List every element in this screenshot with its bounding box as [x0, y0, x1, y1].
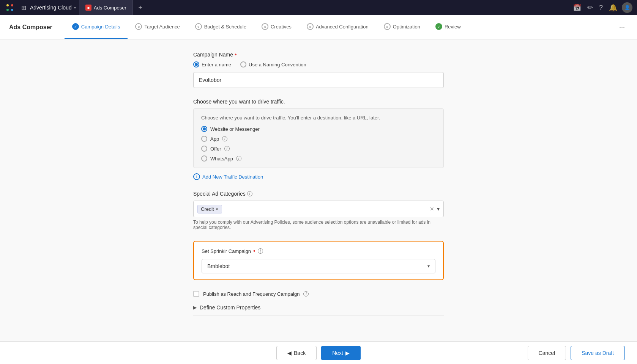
grid-icon: ⊞ — [21, 4, 26, 11]
whatsapp-info-icon: i — [236, 156, 241, 161]
tab-creatives[interactable]: ○ Creatives — [254, 15, 299, 39]
special-ad-helper-text: To help you comply with our Advertising … — [193, 220, 444, 230]
tab-campaign-details-icon: ✓ — [72, 23, 79, 30]
chevron-down-icon: ▾ — [74, 6, 76, 10]
publish-checkbox-row[interactable]: Publish as Reach and Frequency Campaign … — [193, 291, 444, 297]
tab-budget-schedule-icon: ○ — [195, 23, 202, 30]
sprinklr-required-dot: • — [253, 248, 255, 254]
offer-info-icon: i — [224, 146, 230, 151]
form-container: Campaign Name • Enter a name Use a Namin… — [193, 52, 444, 315]
radio-website-circle — [201, 126, 207, 132]
tab-advanced-config-icon: ○ — [307, 23, 314, 30]
tab-optimization-icon: ○ — [384, 23, 391, 30]
sprinklr-campaign-value: Bmblebot — [207, 263, 230, 269]
publish-label: Publish as Reach and Frequency Campaign — [203, 291, 300, 297]
traffic-section: Choose where you want to drive traffic. … — [193, 99, 444, 180]
topbar-actions: 📅 ✏ ? 🔔 👤 — [571, 2, 632, 13]
add-icon: + — [193, 173, 200, 180]
active-tab[interactable]: ■ Ads Composer — [79, 0, 133, 15]
sprinklr-campaign-select[interactable]: Bmblebot ▾ — [202, 259, 435, 273]
tab-target-audience-icon: ○ — [135, 23, 142, 30]
tag-list: Credit × — [197, 205, 222, 213]
define-custom-properties[interactable]: ▶ Define Custom Properties — [193, 304, 444, 315]
help-icon[interactable]: ? — [598, 2, 604, 13]
special-ad-info-icon: i — [247, 191, 252, 196]
main-content: Campaign Name • Enter a name Use a Namin… — [0, 39, 637, 341]
header-nav: Ads Composer ✓ Campaign Details ○ Target… — [0, 15, 637, 39]
sprinklr-label: Set Sprinklr Campaign • i — [202, 248, 435, 254]
svg-point-2 — [6, 9, 9, 11]
add-traffic-destination-link[interactable]: + Add New Traffic Destination — [193, 173, 444, 180]
nav-more-button[interactable]: ··· — [616, 23, 628, 31]
calendar-icon[interactable]: 📅 — [571, 2, 583, 13]
expand-arrow-icon: ▶ — [193, 305, 197, 310]
tab-advanced-config[interactable]: ○ Advanced Configuration — [299, 15, 376, 39]
credit-tag: Credit × — [197, 205, 222, 213]
sprinklr-info-icon: i — [258, 248, 263, 254]
special-ad-label: Special Ad Categories i — [193, 191, 444, 197]
logo — [5, 2, 15, 13]
traffic-label: Choose where you want to drive traffic. — [193, 99, 444, 105]
radio-enter-name[interactable]: Enter a name — [193, 61, 231, 67]
radio-app-circle — [201, 136, 207, 142]
tag-controls: × ▾ — [430, 205, 440, 213]
svg-point-1 — [11, 4, 13, 6]
traffic-option-offer[interactable]: Offer i — [201, 146, 436, 152]
tag-dropdown-icon[interactable]: ▾ — [437, 206, 440, 212]
tab-budget-schedule[interactable]: ○ Budget & Schedule — [188, 15, 254, 39]
tab-review-icon: ✓ — [435, 23, 442, 30]
avatar[interactable]: 👤 — [622, 2, 632, 13]
svg-point-3 — [11, 9, 13, 11]
tab-creatives-icon: ○ — [262, 23, 268, 30]
add-tab-button[interactable]: + — [133, 0, 148, 15]
campaign-name-section: Campaign Name • Enter a name Use a Namin… — [193, 52, 444, 88]
app-name[interactable]: ⊞ Advertising Cloud ▾ — [18, 0, 79, 15]
topbar: ⊞ Advertising Cloud ▾ ■ Ads Composer + 📅… — [0, 0, 637, 15]
tab-optimization[interactable]: ○ Optimization — [376, 15, 428, 39]
radio-whatsapp-circle — [201, 155, 207, 162]
define-custom-label: Define Custom Properties — [200, 304, 260, 311]
traffic-description: Choose where you want to drive traffic. … — [201, 115, 436, 121]
campaign-name-radio-group: Enter a name Use a Naming Convention — [193, 61, 444, 67]
bell-icon[interactable]: 🔔 — [607, 2, 619, 13]
special-ad-tag-input[interactable]: Credit × × ▾ — [193, 201, 444, 217]
special-ad-section: Special Ad Categories i Credit × × ▾ To … — [193, 191, 444, 230]
campaign-name-label: Campaign Name • — [193, 52, 444, 58]
app-info-icon: i — [222, 136, 227, 141]
tab-campaign-details[interactable]: ✓ Campaign Details — [65, 15, 128, 39]
credit-tag-remove[interactable]: × — [216, 206, 219, 212]
traffic-option-website[interactable]: Website or Messenger — [201, 126, 436, 132]
traffic-option-whatsapp[interactable]: WhatsApp i — [201, 155, 436, 162]
sprinklr-section: Set Sprinklr Campaign • i Bmblebot ▾ — [193, 241, 444, 280]
publish-info-icon: i — [303, 291, 309, 297]
campaign-name-input[interactable] — [193, 72, 444, 88]
edit-icon[interactable]: ✏ — [586, 2, 594, 13]
required-indicator: • — [235, 52, 237, 58]
traffic-option-app[interactable]: App i — [201, 136, 436, 142]
sprinklr-box: Set Sprinklr Campaign • i Bmblebot ▾ — [193, 241, 444, 280]
radio-enter-name-circle — [193, 61, 199, 67]
tab-icon: ■ — [85, 5, 91, 11]
radio-naming-convention-circle — [240, 61, 246, 67]
svg-point-0 — [6, 4, 9, 6]
tab-target-audience[interactable]: ○ Target Audience — [128, 15, 187, 39]
radio-naming-convention[interactable]: Use a Naming Convention — [240, 61, 306, 67]
tab-review[interactable]: ✓ Review — [428, 15, 468, 39]
tag-clear-icon[interactable]: × — [430, 205, 434, 213]
sprinklr-dropdown-icon: ▾ — [427, 264, 430, 269]
publish-checkbox[interactable] — [193, 291, 199, 297]
page-title: Ads Composer — [9, 24, 52, 31]
traffic-box: Choose where you want to drive traffic. … — [193, 108, 444, 168]
radio-offer-circle — [201, 146, 207, 152]
nav-tabs: ✓ Campaign Details ○ Target Audience ○ B… — [65, 15, 616, 39]
